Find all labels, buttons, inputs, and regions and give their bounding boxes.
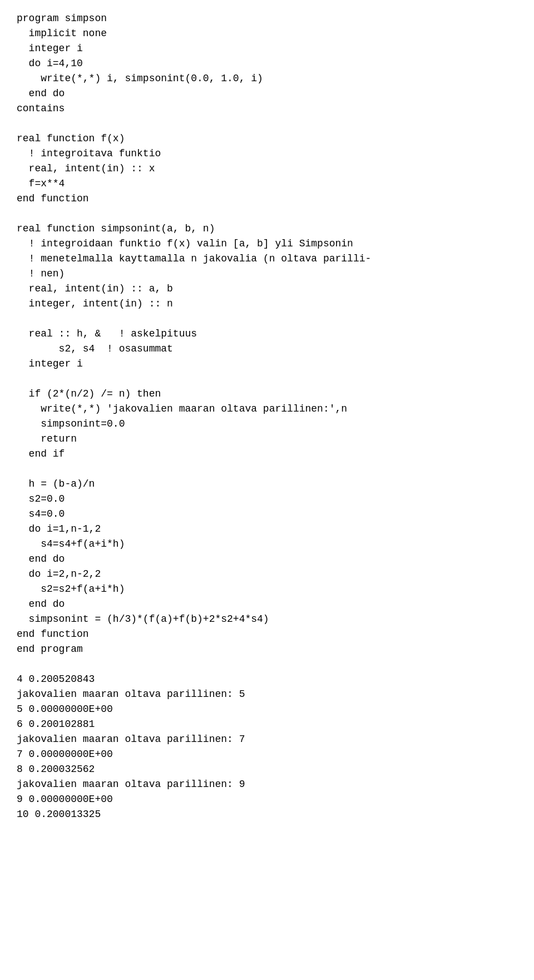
code-block: program simpson implicit none integer i … (17, 11, 517, 822)
